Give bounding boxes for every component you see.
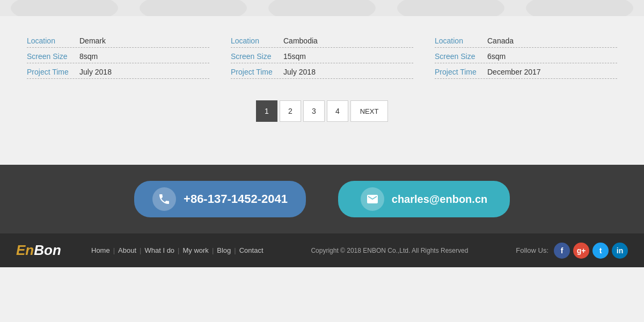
card1-location-label: Location	[27, 32, 75, 47]
card2-size-field: Screen Size 15sqm	[231, 48, 413, 63]
card1-time-field: Project Time July 2018	[27, 63, 209, 78]
footer-contact-section: +86-137-1452-2041 charles@enbon.cn	[0, 165, 644, 233]
page-btn-2[interactable]: 2	[280, 100, 301, 122]
card3-divider-3	[435, 78, 617, 79]
cards-row: Location Demark Screen Size 8sqm Project…	[0, 27, 644, 84]
card2-time-value: July 2018	[279, 63, 316, 78]
card2-size-value: 15sqm	[279, 48, 306, 63]
card1-size-value: 8sqm	[75, 48, 98, 63]
follow-label: Follow Us:	[516, 246, 548, 254]
phone-button[interactable]: +86-137-1452-2041	[134, 181, 306, 217]
footer-nav: Home | About | What I do | My work | Blo…	[91, 246, 264, 254]
card3-time-value: December 2017	[483, 63, 541, 78]
card3-location-value: Canada	[483, 32, 514, 47]
pagination-next-button[interactable]: NEXT	[350, 100, 388, 122]
nav-sep-2: |	[140, 246, 141, 254]
nav-blog[interactable]: Blog	[217, 246, 231, 254]
card3-location-label: Location	[435, 32, 483, 47]
footer-bottom: EnBon Home | About | What I do | My work…	[0, 233, 644, 267]
card2-time-field: Project Time July 2018	[231, 63, 413, 78]
card3-location-field: Location Canada	[435, 32, 617, 47]
email-button[interactable]: charles@enbon.cn	[338, 181, 510, 217]
card1-size-label: Screen Size	[27, 48, 75, 63]
page-btn-1[interactable]: 1	[256, 100, 277, 122]
linkedin-icon[interactable]: in	[612, 243, 628, 259]
top-image-5	[526, 0, 633, 16]
email-icon	[361, 187, 384, 211]
page-btn-3[interactable]: 3	[303, 100, 325, 122]
card1-location-field: Location Demark	[27, 32, 209, 47]
footer-logo: EnBon	[16, 242, 80, 259]
top-image-3	[268, 0, 376, 16]
card3-size-label: Screen Size	[435, 48, 483, 63]
phone-number: +86-137-1452-2041	[184, 192, 288, 206]
project-cards-section: Location Demark Screen Size 8sqm Project…	[0, 16, 644, 165]
project-card-1: Location Demark Screen Size 8sqm Project…	[16, 27, 220, 84]
top-image-bar	[0, 0, 644, 16]
card2-location-value: Cambodia	[279, 32, 318, 47]
twitter-icon[interactable]: t	[592, 243, 609, 259]
project-card-2: Location Cambodia Screen Size 15sqm Proj…	[220, 27, 424, 84]
card3-time-field: Project Time December 2017	[435, 63, 617, 78]
nav-sep-3: |	[178, 246, 179, 254]
card1-divider-3	[27, 78, 209, 79]
google-plus-icon[interactable]: g+	[573, 243, 589, 259]
card1-size-field: Screen Size 8sqm	[27, 48, 209, 63]
nav-about[interactable]: About	[118, 246, 136, 254]
page-btn-4[interactable]: 4	[327, 100, 348, 122]
card3-size-value: 6sqm	[483, 48, 506, 63]
card2-size-label: Screen Size	[231, 48, 279, 63]
project-card-3: Location Canada Screen Size 6sqm Project…	[424, 27, 628, 84]
nav-contact[interactable]: Contact	[239, 246, 264, 254]
card1-time-label: Project Time	[27, 63, 75, 78]
phone-icon	[152, 187, 176, 211]
email-address: charles@enbon.cn	[392, 193, 487, 206]
card2-location-field: Location Cambodia	[231, 32, 413, 47]
top-image-2	[140, 0, 247, 16]
nav-sep-5: |	[234, 246, 236, 254]
nav-my-work[interactable]: My work	[182, 246, 208, 254]
facebook-icon[interactable]: f	[554, 243, 570, 259]
top-image-1	[11, 0, 118, 16]
card1-time-value: July 2018	[75, 63, 112, 78]
card2-divider-3	[231, 78, 413, 79]
pagination: 1 2 3 4 NEXT	[0, 100, 644, 122]
copyright-text: Copyright © 2018 ENBON Co.,Ltd. All Righ…	[264, 247, 516, 254]
card1-location-value: Demark	[75, 32, 106, 47]
nav-sep-4: |	[212, 246, 214, 254]
nav-sep-1: |	[113, 246, 115, 254]
card2-time-label: Project Time	[231, 63, 279, 78]
card3-time-label: Project Time	[435, 63, 483, 78]
nav-home[interactable]: Home	[91, 246, 110, 254]
card2-location-label: Location	[231, 32, 279, 47]
top-image-4	[397, 0, 504, 16]
card3-size-field: Screen Size 6sqm	[435, 48, 617, 63]
nav-what-i-do[interactable]: What I do	[144, 246, 174, 254]
footer-social: Follow Us: f g+ t in	[516, 243, 628, 259]
